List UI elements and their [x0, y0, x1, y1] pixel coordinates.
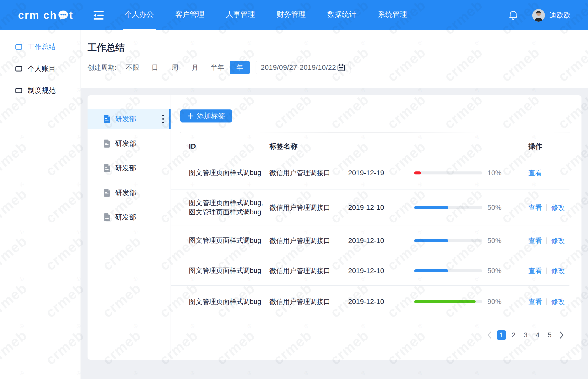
group-item[interactable]: 研发部	[88, 158, 171, 178]
sidebar: 工作总结 个人账目 制度规范	[0, 30, 81, 379]
watermark-text: crmeb®	[555, 371, 588, 379]
cell-progress: 50%	[414, 267, 528, 275]
period-option-label: 周	[172, 63, 178, 72]
top-nav-item[interactable]: 财务管理	[275, 0, 308, 30]
watermark-text: crmeb®	[327, 371, 375, 379]
top-header: crm ch t 个人办公 客户管理 人事管理 财务管	[0, 0, 588, 30]
cell-name: 微信用户管理调接口	[269, 203, 348, 212]
action-divider	[546, 268, 547, 274]
id-line: 图文管理页面样式调bug	[189, 236, 269, 245]
top-nav-label: 财务管理	[277, 10, 306, 20]
id-line: 图文管理页面样式调bug	[189, 208, 269, 217]
sidebar-item[interactable]: 制度规范	[0, 80, 81, 101]
watermark-text: crmeb®	[213, 371, 261, 379]
add-tag-button-label: 添加标签	[197, 111, 225, 121]
sidebar-item[interactable]: 工作总结	[0, 36, 81, 58]
header-right: 迪欧欧	[509, 9, 570, 22]
edit-link[interactable]: 修改	[551, 266, 565, 275]
user-avatar[interactable]	[532, 9, 545, 22]
progress-track	[414, 171, 482, 174]
view-link[interactable]: 查看	[528, 236, 542, 245]
percent-label: 50%	[487, 267, 501, 275]
page-number-button[interactable]: 2	[509, 330, 518, 340]
prev-page-button[interactable]	[485, 330, 494, 340]
table-region: 添加标签 ID 标签名称 操作 图文管理页面样式调bug 微信用户管理调接口 2…	[171, 95, 581, 360]
period-option[interactable]: 日	[145, 61, 165, 74]
watermark-text: crmeb®	[156, 371, 204, 379]
page-number-button[interactable]: 4	[533, 330, 542, 340]
progress-fill	[414, 206, 448, 209]
cell-name: 微信用户管理调接口	[269, 236, 348, 245]
user-name[interactable]: 迪欧欧	[549, 11, 570, 20]
top-nav: 个人办公 客户管理 人事管理 财务管理 数据统计 系统管理	[123, 0, 427, 30]
cell-name: 微信用户管理调接口	[269, 297, 348, 306]
page-number-button[interactable]: 1	[497, 330, 506, 340]
period-option[interactable]: 周	[165, 61, 185, 74]
more-menu-icon[interactable]	[162, 115, 164, 123]
period-option[interactable]: 月	[185, 61, 205, 74]
group-item[interactable]: 研发部	[88, 109, 171, 129]
sidebar-item-label: 制度规范	[28, 86, 56, 95]
group-item-label: 研发部	[115, 114, 136, 124]
top-nav-item[interactable]: 数据统计	[325, 0, 358, 30]
document-icon	[103, 213, 111, 222]
top-nav-item[interactable]: 客户管理	[173, 0, 206, 30]
board-icon	[15, 43, 23, 51]
id-line: 图文管理页面样式调bug	[189, 266, 269, 275]
period-option-label: 日	[152, 63, 158, 72]
edit-link[interactable]: 修改	[551, 297, 565, 306]
page-title: 工作总结	[88, 41, 125, 54]
edit-link[interactable]: 修改	[551, 203, 565, 212]
menu-collapse-icon[interactable]	[94, 10, 104, 20]
cell-name: 微信用户管理调接口	[269, 266, 348, 275]
table-row: 图文管理页面样式调bug 微信用户管理调接口 2019-12-19 10% 查看	[171, 156, 569, 190]
page-number-button[interactable]: 3	[521, 330, 530, 340]
cell-id: 图文管理页面样式调bug,图文管理页面样式调bug	[189, 198, 269, 217]
period-option[interactable]: 不限	[120, 61, 145, 74]
top-nav-label: 个人办公	[125, 10, 154, 20]
view-link[interactable]: 查看	[528, 203, 542, 212]
cell-actions: 查看修改	[528, 297, 569, 306]
date-range-input[interactable]: 2019/09/27-2019/10/22	[256, 61, 350, 74]
document-icon	[103, 164, 111, 172]
cell-actions: 查看	[528, 168, 569, 177]
document-icon	[103, 115, 111, 123]
page-number-label: 5	[548, 331, 552, 339]
sidebar-item[interactable]: 个人账目	[0, 58, 81, 80]
edit-link[interactable]: 修改	[551, 236, 565, 245]
view-link[interactable]: 查看	[528, 266, 542, 275]
add-tag-button[interactable]: 添加标签	[180, 109, 232, 122]
period-segmented-control: 不限 日 周 月 半年 年	[120, 61, 250, 74]
group-item-label: 研发部	[115, 163, 136, 173]
top-nav-item[interactable]: 人事管理	[224, 0, 257, 30]
table-rows: 图文管理页面样式调bug 微信用户管理调接口 2019-12-19 10% 查看…	[171, 156, 569, 318]
watermark-text: crmeb®	[270, 371, 318, 379]
period-option[interactable]: 半年	[205, 61, 230, 74]
progress-fill	[414, 239, 448, 242]
logo-text-left: crm ch	[18, 9, 57, 21]
next-page-button[interactable]	[557, 330, 566, 340]
percent-label: 50%	[487, 204, 501, 212]
group-item[interactable]: 研发部	[88, 133, 171, 154]
cell-date: 2019-12-10	[348, 298, 414, 306]
notification-bell-icon[interactable]	[509, 10, 518, 20]
group-item[interactable]: 研发部	[88, 207, 171, 228]
group-panel: 研发部 研发部 研发部	[88, 95, 171, 360]
view-link[interactable]: 查看	[528, 168, 542, 177]
top-nav-item[interactable]: 系统管理	[376, 0, 409, 30]
period-option[interactable]: 年	[230, 61, 250, 74]
view-link[interactable]: 查看	[528, 297, 542, 306]
cell-progress: 50%	[414, 204, 528, 212]
top-nav-label: 人事管理	[226, 10, 255, 20]
group-item[interactable]: 研发部	[88, 182, 171, 203]
date-range-value: 2019/09/27-2019/10/22	[261, 64, 337, 72]
top-nav-item[interactable]: 个人办公	[123, 0, 156, 30]
progress-fill	[414, 269, 448, 272]
percent-label: 10%	[487, 169, 501, 177]
group-item-label: 研发部	[115, 188, 136, 198]
main-card: 研发部 研发部 研发部	[88, 95, 581, 360]
pagination: 1 2 3 4 5	[485, 330, 566, 340]
cell-actions: 查看修改	[528, 236, 569, 245]
column-header-id: ID	[189, 142, 269, 150]
page-number-button[interactable]: 5	[545, 330, 554, 340]
